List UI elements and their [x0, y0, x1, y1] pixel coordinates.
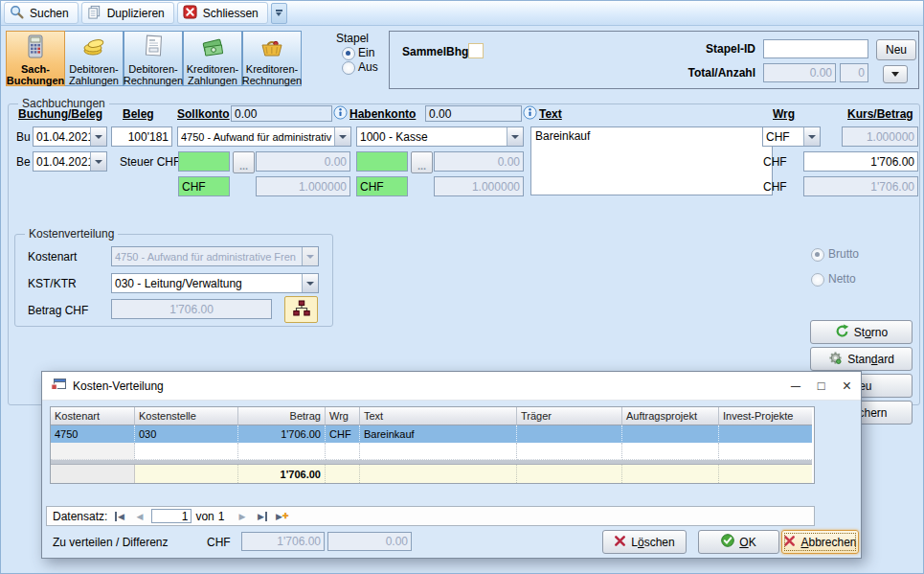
steuer-haben-lookup-button[interactable]: ... — [411, 151, 433, 173]
info-icon[interactable] — [333, 105, 348, 123]
grid-header-kostenart[interactable]: Kostenart — [51, 407, 135, 425]
app-window: Suchen Duplizieren Schliessen Sach-Buchu… — [0, 0, 924, 574]
beleg-header: Beleg — [123, 107, 154, 121]
grid-header-auftragsprojekt[interactable]: Auftragsprojekt — [622, 407, 719, 425]
steuer-haben-code-field[interactable] — [356, 151, 408, 172]
steuer-haben-betrag: 0.00 — [434, 151, 524, 172]
close-window-button[interactable]: × — [843, 379, 851, 393]
grid-header-invest-projekte[interactable]: Invest-Projekte — [719, 407, 812, 425]
footer-currency-label: CHF — [207, 536, 231, 549]
previous-record-button[interactable]: ◀ — [131, 509, 147, 524]
grid-total-row-header — [51, 465, 135, 483]
brutto-label: Brutto — [828, 247, 859, 261]
grid-cell[interactable]: 1'706.00 — [238, 425, 326, 443]
habenkonto-saldo: 0.00 — [425, 105, 522, 122]
grid-new-row-cell[interactable] — [135, 443, 238, 460]
batch-dropdown-button[interactable] — [883, 65, 908, 83]
last-record-button[interactable]: ▶ — [254, 509, 270, 524]
grid-new-row-cell[interactable] — [360, 443, 517, 460]
stapel-aus-radio[interactable] — [342, 61, 355, 75]
copy-icon — [87, 5, 101, 22]
tab-sachbuchungen[interactable]: Sach-Buchungen — [6, 31, 65, 86]
sollkonto-combo[interactable]: 4750 - Aufwand für administrativ — [177, 126, 351, 147]
grid-new-row-cell[interactable] — [326, 443, 360, 460]
buchungsdatum-combo[interactable]: 01.04.2021 — [33, 126, 107, 147]
tab-kreditoren-zahlungen[interactable]: Kreditoren-Zahlungen — [183, 31, 242, 86]
brutto-radio[interactable] — [811, 248, 824, 262]
steuer-soll-lookup-button[interactable]: ... — [233, 151, 255, 173]
minimize-button[interactable]: ─ — [791, 379, 800, 393]
grid-header-kostenstelle[interactable]: Kostenstelle — [135, 407, 238, 425]
grid-total-cell — [517, 465, 622, 483]
cancel-x-icon — [783, 535, 796, 550]
steuer-haben-wrg-field[interactable]: CHF — [356, 176, 408, 196]
grid-cell[interactable] — [622, 425, 719, 443]
grid-total-cell — [622, 465, 719, 483]
grid-header-text[interactable]: Text — [360, 407, 517, 425]
steuer-soll-wrg-field[interactable]: CHF — [178, 176, 230, 196]
record-navigator: Datensatz: ◀ ◀ von 1 ▶ ▶ ▶✚ — [46, 506, 815, 526]
grid-header-traeger[interactable]: Träger — [517, 407, 622, 425]
toolbar-overflow-button[interactable] — [271, 3, 287, 24]
grid-new-row-cell[interactable] — [238, 443, 326, 460]
sollkonto-header: Sollkonto — [177, 107, 230, 121]
grid-new-row-cell[interactable] — [51, 443, 135, 460]
close-icon — [183, 5, 197, 22]
grid-new-row-cell[interactable] — [517, 443, 622, 460]
grid-cell[interactable] — [517, 425, 622, 443]
grid-header-betrag[interactable]: Betrag — [238, 407, 326, 425]
netto-label: Netto — [828, 272, 856, 286]
tab-debitoren-zahlungen[interactable]: Debitoren-Zahlungen — [64, 31, 124, 86]
beleg-nr-input[interactable] — [111, 126, 172, 147]
dialog-title-bar[interactable]: Kosten-Verteilung ─ □ × — [42, 372, 861, 401]
wrg-combo[interactable]: CHF — [762, 126, 821, 147]
ok-button[interactable]: OK — [698, 530, 779, 554]
buchungstext-textarea[interactable]: Bareinkauf — [530, 126, 773, 195]
loeschen-button[interactable]: Löschen — [602, 530, 687, 554]
habenkonto-combo[interactable]: 1000 - Kasse — [356, 126, 524, 147]
kostenverteilung-group-label: Kostenverteilung — [25, 227, 118, 241]
standard-button[interactable]: Standard — [810, 347, 913, 371]
betrag-chf-label: Betrag CHF — [28, 304, 88, 317]
stapel-neu-button[interactable]: Neu — [876, 39, 916, 60]
belegdatum-combo[interactable]: 01.04.2021 — [33, 151, 107, 172]
kst-ktr-combo[interactable]: 030 - Leitung/Verwaltung — [111, 273, 319, 293]
grid-cell[interactable]: CHF — [326, 425, 360, 443]
grid-header-wrg[interactable]: Wrg — [326, 407, 360, 425]
steuer-haben-kurs: 1.000000 — [434, 176, 524, 196]
next-record-button[interactable]: ▶ — [234, 509, 250, 524]
info-icon[interactable] — [523, 105, 537, 123]
maximize-button[interactable]: □ — [818, 379, 825, 393]
first-record-button[interactable]: ◀ — [111, 509, 127, 524]
add-record-button[interactable]: ▶✚ — [274, 509, 290, 524]
tab-debitoren-rechnungen[interactable]: Debitoren-Rechnungen — [124, 31, 183, 86]
total-input — [763, 63, 836, 82]
grid-new-row-cell[interactable] — [719, 443, 812, 460]
grid-new-row-cell[interactable] — [622, 443, 719, 460]
verteilung-button[interactable] — [284, 296, 318, 323]
duplicate-button[interactable]: Duplizieren — [81, 2, 174, 24]
grid-cell[interactable] — [719, 425, 812, 443]
gear-icon — [828, 351, 843, 368]
betrag2-wrg-label: CHF — [763, 180, 787, 194]
stapel-id-input[interactable] — [763, 39, 868, 58]
abbrechen-button[interactable]: Abbrechen — [781, 530, 859, 554]
betrag-input[interactable] — [803, 151, 918, 172]
close-label: Schliessen — [203, 7, 259, 20]
netto-radio[interactable] — [811, 273, 824, 287]
search-button[interactable]: Suchen — [4, 2, 79, 24]
stapel-ein-radio[interactable] — [342, 47, 355, 60]
record-position-input[interactable] — [151, 509, 192, 523]
steuer-soll-code-field[interactable] — [178, 151, 230, 172]
calculator-icon — [24, 34, 47, 61]
difference-field: 0.00 — [327, 532, 412, 551]
close-button[interactable]: Schliessen — [177, 2, 268, 24]
grid-cell[interactable]: Bareinkauf — [360, 425, 517, 443]
toolbar: Suchen Duplizieren Schliessen — [1, 1, 923, 26]
grid-cell[interactable]: 030 — [135, 425, 238, 443]
grid-cell[interactable]: 4750 — [51, 425, 135, 443]
tab-kreditoren-rechnungen[interactable]: Kreditoren-Rechnungen — [242, 31, 302, 86]
chevron-down-icon — [891, 72, 899, 77]
sammelbhg-checkbox[interactable] — [468, 43, 484, 58]
storno-button[interactable]: Storno — [810, 320, 913, 344]
